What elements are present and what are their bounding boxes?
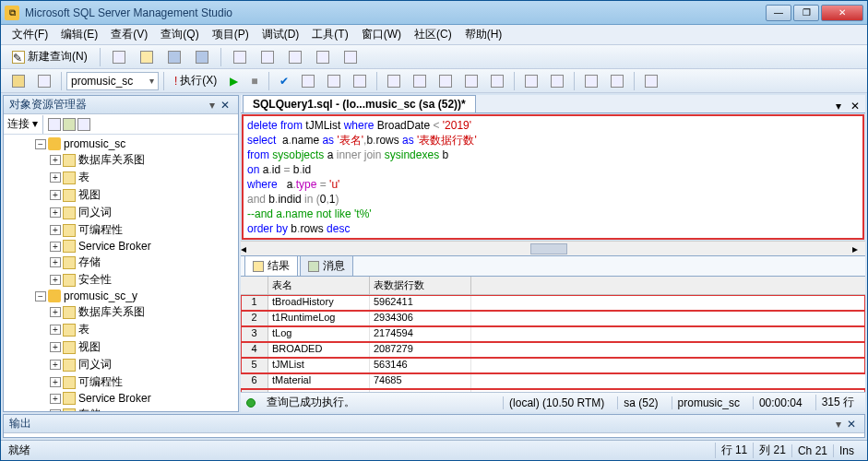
- menu-item[interactable]: 文件(F): [6, 25, 54, 44]
- specify-values-button[interactable]: [639, 72, 663, 90]
- tree-node[interactable]: +Service Broker: [4, 392, 238, 405]
- menu-item[interactable]: 编辑(E): [55, 25, 103, 44]
- expand-toggle[interactable]: +: [50, 257, 61, 267]
- messages-tab[interactable]: 消息: [300, 255, 353, 277]
- open-button[interactable]: [107, 48, 131, 66]
- results-file-button[interactable]: [485, 72, 509, 90]
- menu-item[interactable]: 帮助(H): [459, 25, 508, 44]
- connection-button[interactable]: [6, 72, 30, 90]
- expand-toggle[interactable]: +: [50, 155, 61, 165]
- tree-node[interactable]: +安全性: [4, 272, 238, 288]
- object-explorer-button[interactable]: [283, 48, 307, 66]
- minimize-button[interactable]: —: [766, 5, 791, 21]
- pin-icon[interactable]: ▾: [833, 418, 844, 431]
- expand-toggle[interactable]: +: [50, 342, 61, 352]
- registered-button[interactable]: [256, 48, 279, 66]
- outdent-button[interactable]: [605, 72, 629, 90]
- debug-button[interactable]: ▶: [224, 72, 244, 90]
- stop-button[interactable]: ■: [245, 72, 263, 90]
- close-output-button[interactable]: ✕: [844, 418, 859, 431]
- expand-toggle[interactable]: +: [50, 377, 61, 387]
- expand-toggle[interactable]: +: [50, 325, 61, 335]
- expand-toggle[interactable]: +: [50, 409, 61, 411]
- tree-node[interactable]: +存储: [4, 254, 238, 270]
- open-file-button[interactable]: [135, 48, 159, 66]
- object-tree[interactable]: −promusic_sc+数据库关系图+表+视图+同义词+可编程性+Servic…: [4, 135, 238, 411]
- menu-item[interactable]: 查询(Q): [155, 25, 204, 44]
- table-row[interactable]: 6tMaterial74685: [241, 373, 865, 389]
- tab-close-icon[interactable]: ✕: [845, 100, 865, 112]
- results-text-button[interactable]: [434, 72, 458, 90]
- tree-node[interactable]: +表: [4, 170, 238, 185]
- intellisense-button[interactable]: [348, 72, 372, 90]
- menu-item[interactable]: 查看(V): [105, 25, 153, 44]
- filter-icon[interactable]: [63, 118, 76, 131]
- table-row[interactable]: 5tJMList563146: [241, 358, 865, 373]
- expand-toggle[interactable]: +: [50, 307, 61, 317]
- execute-button[interactable]: ! 执行(X): [169, 70, 222, 91]
- close-panel-button[interactable]: ✕: [218, 99, 232, 112]
- menu-item[interactable]: 工具(T): [306, 25, 353, 44]
- expand-toggle[interactable]: −: [35, 291, 46, 301]
- results-grid-body[interactable]: 1tBroadHistory59624112t1RuntimeLog293430…: [241, 295, 865, 392]
- tree-node[interactable]: +视图: [4, 187, 238, 203]
- query-options-button[interactable]: [322, 72, 346, 90]
- activity-button[interactable]: [228, 48, 252, 66]
- indent-button[interactable]: [579, 72, 603, 90]
- properties-button[interactable]: [339, 48, 363, 66]
- tree-node[interactable]: +表: [4, 322, 238, 337]
- tree-node[interactable]: +存储: [4, 407, 238, 411]
- col-header-1[interactable]: 表名: [268, 277, 370, 294]
- results-tab[interactable]: 结果: [244, 255, 298, 277]
- expand-toggle[interactable]: +: [50, 172, 61, 183]
- connect-dropdown[interactable]: 连接 ▾: [7, 116, 38, 132]
- save-all-button[interactable]: [190, 48, 214, 66]
- expand-toggle[interactable]: −: [35, 139, 46, 149]
- tree-node[interactable]: +同义词: [4, 205, 238, 220]
- expand-toggle[interactable]: +: [50, 225, 61, 235]
- table-row[interactable]: 1tBroadHistory5962411: [241, 295, 865, 311]
- tab-dropdown-icon[interactable]: ▾: [832, 100, 845, 112]
- editor-scrollbar[interactable]: ◂▸: [241, 241, 865, 255]
- tree-node[interactable]: +Service Broker: [4, 240, 238, 253]
- table-row[interactable]: 2t1RuntimeLog2934306: [241, 311, 865, 326]
- expand-toggle[interactable]: +: [50, 394, 61, 404]
- include-plan-button[interactable]: [382, 72, 406, 90]
- col-header-2[interactable]: 表数据行数: [370, 277, 471, 294]
- sql-editor[interactable]: delete from tJMList where BroadDate < '2…: [244, 116, 862, 238]
- close-button[interactable]: ✕: [821, 5, 863, 21]
- results-grid-button[interactable]: [459, 72, 483, 90]
- scrollbar-thumb[interactable]: [530, 243, 567, 254]
- maximize-button[interactable]: ❐: [793, 5, 819, 21]
- editor-tab[interactable]: SQLQuery1.sql - (lo...music_sc (sa (52))…: [243, 95, 476, 112]
- tree-node[interactable]: +可编程性: [4, 374, 238, 390]
- menu-item[interactable]: 调试(D): [256, 25, 305, 44]
- expand-toggle[interactable]: +: [50, 190, 61, 200]
- template-button[interactable]: [311, 48, 335, 66]
- menu-item[interactable]: 社区(C): [409, 25, 458, 44]
- expand-toggle[interactable]: +: [50, 275, 61, 285]
- tree-node[interactable]: +可编程性: [4, 222, 238, 238]
- pin-icon[interactable]: ▾: [207, 99, 218, 112]
- parse-button[interactable]: ✔: [274, 72, 294, 90]
- tree-node[interactable]: −promusic_sc_y: [4, 290, 238, 302]
- change-conn-button[interactable]: [32, 72, 56, 90]
- tree-node[interactable]: +视图: [4, 339, 238, 355]
- save-button[interactable]: [162, 48, 186, 66]
- refresh-icon[interactable]: [48, 118, 61, 131]
- tree-node[interactable]: −promusic_sc: [4, 137, 238, 150]
- tree-node[interactable]: +同义词: [4, 357, 238, 372]
- menu-item[interactable]: 项目(P): [207, 25, 255, 44]
- include-stats-button[interactable]: [408, 72, 432, 90]
- uncomment-button[interactable]: [545, 72, 569, 90]
- table-row[interactable]: 3tLog2174594: [241, 326, 865, 342]
- table-row[interactable]: 4BROADED2087279: [241, 342, 865, 358]
- menu-item[interactable]: 窗口(W): [356, 25, 407, 44]
- tree-node[interactable]: +数据库关系图: [4, 304, 238, 320]
- expand-toggle[interactable]: +: [50, 207, 61, 218]
- database-combo[interactable]: promusic_sc: [66, 72, 159, 90]
- stop-icon[interactable]: [77, 118, 90, 131]
- comment-button[interactable]: [519, 72, 543, 90]
- estimate-plan-button[interactable]: [296, 72, 320, 90]
- new-query-button[interactable]: ✎ 新建查询(N): [6, 46, 93, 67]
